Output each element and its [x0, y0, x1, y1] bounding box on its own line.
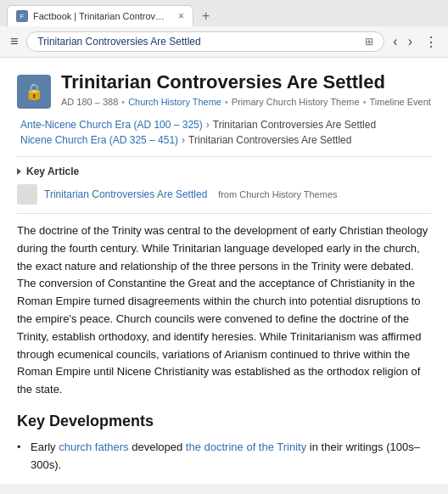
- divider-2: [17, 213, 431, 214]
- nav-forward-button[interactable]: ›: [405, 32, 416, 51]
- tab-favicon: F: [16, 10, 28, 22]
- key-article-header: Key Article: [17, 166, 431, 177]
- meta-theme-link[interactable]: Church History Theme: [128, 97, 221, 107]
- page-content: 🔒 Trinitarian Controversies Are Settled …: [0, 58, 448, 484]
- meta-event-type: Timeline Event: [369, 97, 430, 107]
- address-input[interactable]: Trinitarian Controversies Are Settled ⊞: [26, 31, 384, 52]
- breadcrumb-arrow-1: ›: [206, 119, 210, 131]
- developments-list: Early church fathers developed the doctr…: [17, 439, 431, 484]
- article-source-text: from Church History Themes: [218, 189, 337, 199]
- key-article-item: Trinitarian Controversies Are Settled fr…: [17, 184, 431, 205]
- dev1-mid1: developed: [132, 441, 186, 453]
- address-text: Trinitarian Controversies Are Settled: [37, 36, 360, 48]
- address-bar: ≡ Trinitarian Controversies Are Settled …: [0, 26, 448, 57]
- breadcrumb-item-2: Nicene Church Era (AD 325 – 451) › Trini…: [20, 134, 431, 146]
- more-menu-button[interactable]: ⋮: [421, 32, 441, 52]
- breadcrumb-current-1: Trinitarian Controversies Are Settled: [213, 119, 376, 131]
- nav-back-button[interactable]: ‹: [389, 32, 400, 51]
- lock-icon: 🔒: [25, 82, 43, 101]
- dev2-link1[interactable]: "Trinity": [78, 481, 115, 484]
- meta-primary: Primary Church History Theme: [232, 97, 360, 107]
- divider-1: [17, 156, 431, 157]
- tab-bar: F Factbook | Trinitarian Controversies A…: [0, 0, 448, 26]
- collapse-triangle[interactable]: [17, 168, 21, 175]
- new-tab-button[interactable]: +: [197, 7, 215, 25]
- article-source: [210, 189, 216, 199]
- dev2-link3[interactable]: Son,: [403, 481, 426, 484]
- nav-buttons: ‹ ›: [389, 32, 416, 51]
- page-title: Trinitarian Controversies Are Settled: [61, 71, 431, 93]
- key-developments-title: Key Developments: [17, 413, 431, 430]
- meta-sep-1: •: [121, 97, 125, 107]
- key-article-label: Key Article: [26, 166, 79, 177]
- meta-line: AD 180 – 388 • Church History Theme • Pr…: [61, 97, 431, 107]
- tab-title: Factbook | Trinitarian Controversies Are…: [33, 11, 170, 21]
- address-page-icon: ⊞: [365, 36, 373, 48]
- dev2-mid1: was used to describe the relationship be…: [118, 481, 366, 484]
- key-article-section: Key Article Trinitarian Controversies Ar…: [17, 166, 431, 205]
- development-item-1: Early church fathers developed the doctr…: [17, 439, 431, 474]
- breadcrumb-section: Ante-Nicene Church Era (AD 100 – 325) › …: [17, 119, 431, 146]
- menu-button[interactable]: ≡: [7, 32, 21, 51]
- dev1-link1[interactable]: church fathers: [59, 441, 128, 453]
- active-tab[interactable]: F Factbook | Trinitarian Controversies A…: [7, 5, 193, 26]
- browser-chrome: F Factbook | Trinitarian Controversies A…: [0, 0, 448, 58]
- dev1-link2[interactable]: the doctrine of the Trinity: [186, 441, 306, 453]
- development-item-2: The term "Trinity" was used to describe …: [17, 480, 431, 484]
- meta-sep-2: •: [225, 97, 228, 107]
- meta-sep-3: •: [363, 97, 367, 107]
- breadcrumb-item-1: Ante-Nicene Church Era (AD 100 – 325) › …: [20, 119, 431, 131]
- breadcrumb-current-2: Trinitarian Controversies Are Settled: [188, 134, 351, 146]
- key-developments-section: Key Developments Early church fathers de…: [17, 413, 431, 484]
- meta-date: AD 180 – 388: [61, 97, 118, 107]
- breadcrumb-link-1[interactable]: Ante-Nicene Church Era (AD 100 – 325): [20, 119, 203, 131]
- page-header-text: Trinitarian Controversies Are Settled AD…: [61, 71, 431, 109]
- dev1-prefix: Early: [31, 441, 59, 453]
- article-title-link[interactable]: Trinitarian Controversies Are Settled: [44, 188, 207, 200]
- page-icon: 🔒: [17, 75, 51, 109]
- tab-close-button[interactable]: ×: [178, 10, 184, 22]
- dev2-link2[interactable]: Father,: [366, 481, 400, 484]
- breadcrumb-link-2[interactable]: Nicene Church Era (AD 325 – 451): [20, 134, 178, 146]
- page-header: 🔒 Trinitarian Controversies Are Settled …: [17, 71, 431, 109]
- dev2-prefix: The term: [31, 481, 78, 484]
- breadcrumb-arrow-2: ›: [182, 134, 185, 146]
- body-text: The doctrine of the Trinity was central …: [17, 222, 431, 399]
- article-thumbnail: [17, 184, 37, 205]
